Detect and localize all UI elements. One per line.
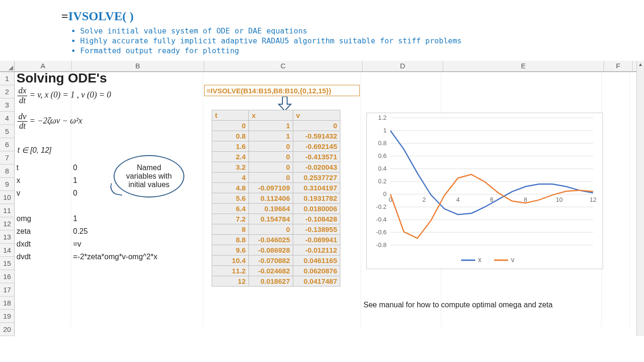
col-header-B[interactable]: B xyxy=(72,61,204,71)
row-header-19[interactable]: 19 xyxy=(0,310,14,323)
cell[interactable] xyxy=(361,85,441,98)
row-header-4[interactable]: 4 xyxy=(0,112,14,125)
row-header-20[interactable]: 20 xyxy=(0,323,14,336)
select-all-corner[interactable] xyxy=(0,61,15,71)
cell[interactable] xyxy=(15,301,71,314)
col-header-F[interactable]: F xyxy=(604,61,633,71)
callout-named-vars: Named variables with initial values xyxy=(114,155,184,197)
cell[interactable] xyxy=(361,98,441,110)
cell[interactable] xyxy=(602,212,630,225)
cell[interactable] xyxy=(71,288,203,301)
cell[interactable] xyxy=(602,276,630,288)
row-header-12[interactable]: 12 xyxy=(0,217,14,230)
row-20[interactable] xyxy=(15,314,644,327)
cell[interactable] xyxy=(441,314,602,327)
row-header-16[interactable]: 16 xyxy=(0,270,14,283)
cell[interactable]: =-2*zeta*omg*v-omg^2*x xyxy=(71,250,203,263)
ode-chart[interactable]: -0.8-0.6-0.4-0.200.20.40.60.811.20246810… xyxy=(366,113,603,269)
col-header-E[interactable]: E xyxy=(443,61,604,71)
cell[interactable] xyxy=(71,263,203,276)
cell[interactable]: v xyxy=(15,187,71,199)
cell[interactable] xyxy=(602,110,630,123)
result-cell: -0.138955 xyxy=(293,224,340,235)
cell[interactable]: omg xyxy=(15,212,71,225)
cell[interactable] xyxy=(602,123,630,136)
cell[interactable] xyxy=(602,263,630,276)
row-header-10[interactable]: 10 xyxy=(0,191,14,204)
ivsolve-formula[interactable]: =IVSOLVE(B14:B15,B8:B10,{0,12,15}) xyxy=(204,85,360,96)
cell[interactable] xyxy=(71,136,203,148)
cell[interactable] xyxy=(602,148,630,161)
cell[interactable] xyxy=(71,301,203,314)
cell[interactable]: t xyxy=(15,161,71,174)
cell[interactable] xyxy=(203,288,361,301)
cell[interactable] xyxy=(15,276,71,288)
row-header-13[interactable]: 13 xyxy=(0,230,14,244)
cell[interactable] xyxy=(15,314,71,327)
row-header-8[interactable]: 8 xyxy=(0,165,14,178)
col-header-D[interactable]: D xyxy=(363,61,443,71)
cell[interactable] xyxy=(361,276,441,288)
cell[interactable] xyxy=(602,314,630,327)
cell[interactable] xyxy=(71,276,203,288)
cell[interactable] xyxy=(203,301,361,314)
row-header-1[interactable]: 1 xyxy=(0,72,14,85)
cell[interactable] xyxy=(15,288,71,301)
row-header-3[interactable]: 3 xyxy=(0,99,14,112)
cell[interactable] xyxy=(602,136,630,148)
row-header-9[interactable]: 9 xyxy=(0,178,14,191)
cell[interactable] xyxy=(15,199,71,212)
cell[interactable] xyxy=(15,263,71,276)
cell[interactable] xyxy=(71,199,203,212)
cell[interactable] xyxy=(441,276,602,288)
cell[interactable] xyxy=(602,187,630,199)
row-header-11[interactable]: 11 xyxy=(0,204,14,217)
cell[interactable] xyxy=(441,85,602,98)
function-name-open: IVSOLVE( xyxy=(68,9,130,23)
row-header-6[interactable]: 6 xyxy=(0,138,14,151)
row-header-5[interactable]: 5 xyxy=(0,125,14,138)
bullet-2: Formatted output ready for plotting xyxy=(80,46,644,55)
cell[interactable]: 1 xyxy=(71,212,203,225)
cell[interactable] xyxy=(361,288,441,301)
scroll-up-icon[interactable]: ▲ xyxy=(637,61,644,68)
cell[interactable]: =v xyxy=(71,238,203,250)
cell[interactable] xyxy=(203,72,361,85)
cell[interactable] xyxy=(71,314,203,327)
cell[interactable]: 0.25 xyxy=(71,225,203,238)
result-cell: -0.089941 xyxy=(293,235,340,245)
cell[interactable] xyxy=(602,250,630,263)
row-header-18[interactable]: 18 xyxy=(0,296,14,310)
row-header-7[interactable]: 7 xyxy=(0,151,14,165)
cell[interactable] xyxy=(602,174,630,187)
cell[interactable] xyxy=(602,225,630,238)
cell[interactable] xyxy=(602,98,630,110)
col-header-C[interactable]: C xyxy=(204,61,363,71)
cell[interactable] xyxy=(602,199,630,212)
cell[interactable] xyxy=(441,98,602,110)
cell[interactable] xyxy=(441,72,602,85)
cell[interactable] xyxy=(602,288,630,301)
cell[interactable]: dxdt xyxy=(15,238,71,250)
row-1[interactable] xyxy=(15,72,644,85)
col-header-A[interactable]: A xyxy=(15,61,72,71)
row-header-14[interactable]: 14 xyxy=(0,244,14,257)
row-header-17[interactable]: 17 xyxy=(0,283,14,296)
row-header-15[interactable]: 15 xyxy=(0,257,14,270)
cell[interactable] xyxy=(602,161,630,174)
cell[interactable] xyxy=(602,238,630,250)
cell[interactable] xyxy=(602,72,630,85)
cell[interactable] xyxy=(441,288,602,301)
vertical-scrollbar[interactable]: ▲ xyxy=(636,61,644,336)
cell[interactable]: dvdt xyxy=(15,250,71,263)
row-18[interactable] xyxy=(15,288,644,301)
cell[interactable] xyxy=(602,301,630,314)
cell[interactable]: zeta xyxy=(15,225,71,238)
cell[interactable] xyxy=(203,314,361,327)
cell[interactable] xyxy=(361,72,441,85)
cell[interactable] xyxy=(361,314,441,327)
cell[interactable] xyxy=(602,85,630,98)
row-header-2[interactable]: 2 xyxy=(0,85,14,99)
cell[interactable]: x xyxy=(15,174,71,187)
grid-area[interactable]: Solving ODE's dxdt = v, x (0) = 1 , v (0… xyxy=(15,72,644,336)
